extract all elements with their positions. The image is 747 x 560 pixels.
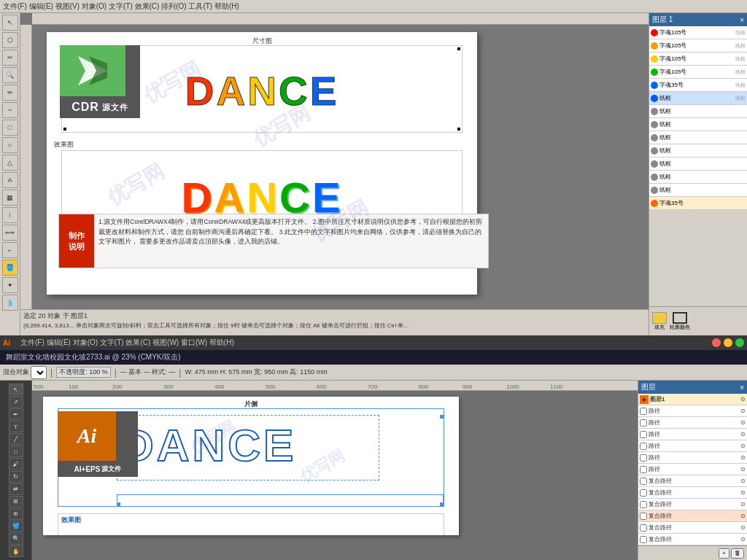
- ai-tool-line[interactable]: ╱: [9, 433, 23, 445]
- ai-layer-row-8[interactable]: 复合路径 ⊙: [638, 475, 747, 487]
- ruler-500: 500: [266, 384, 275, 390]
- ai-delete-layer-btn[interactable]: 🗑: [731, 548, 744, 559]
- ai-layer-row-7[interactable]: 路径 ⊙: [638, 464, 747, 475]
- ai-dimensions: W: 475 mm H: 575 mm 宽: 950 mm 高: 1150 mm: [185, 368, 327, 377]
- ai-new-layer-btn[interactable]: +: [719, 548, 729, 559]
- ai-layer-options-9[interactable]: ⊙: [740, 489, 746, 496]
- minimize-btn[interactable]: [724, 338, 732, 347]
- ai-layer-check-2[interactable]: [640, 408, 647, 415]
- ai-layer-options-5[interactable]: ⊙: [740, 443, 746, 449]
- close-btn[interactable]: [712, 338, 721, 347]
- tool-poly[interactable]: △: [2, 155, 18, 171]
- layer-row-4[interactable]: 字魂105号 纸框: [649, 66, 747, 79]
- cdr-menubar[interactable]: 文件(F) 编辑(E) 视图(V) 对象(O) 文字(T) 效果(C) 排列(O…: [0, 0, 747, 13]
- ai-layer-row-5[interactable]: 路径 ⊙: [638, 440, 747, 452]
- ai-layer-check-13[interactable]: [640, 536, 647, 543]
- ai-layer-row-3[interactable]: 路径 ⊙: [638, 417, 747, 429]
- ai-layer-options-7[interactable]: ⊙: [740, 466, 746, 472]
- tool-table[interactable]: ▦: [2, 190, 18, 206]
- ai-layer-options-8[interactable]: ⊙: [740, 478, 746, 484]
- ai-layer-check-5[interactable]: [640, 443, 647, 450]
- ai-layer-row-4[interactable]: 路径 ⊙: [638, 429, 747, 440]
- tool-parallel[interactable]: ⫶: [2, 207, 18, 223]
- ai-layer-check-6[interactable]: [640, 454, 647, 462]
- ai-layer-check-10[interactable]: [640, 501, 647, 508]
- layer-row-7[interactable]: 纸框: [649, 105, 747, 118]
- ai-tool-scale[interactable]: ⊞: [9, 496, 23, 508]
- ai-layer-options-12[interactable]: ⊙: [740, 524, 746, 531]
- ai-tool-fill[interactable]: 🪣: [9, 521, 23, 532]
- ai-layer-row-10[interactable]: 复合路径 ⊙: [638, 499, 747, 510]
- tool-ellipse[interactable]: ○: [2, 137, 18, 153]
- layer-row-14[interactable]: 字魂35号: [649, 197, 747, 210]
- tool-text[interactable]: A: [2, 172, 18, 188]
- tool-eyedrop[interactable]: 💧: [2, 295, 18, 311]
- ai-tool-pointer[interactable]: ↖: [9, 384, 23, 395]
- layer-row-2[interactable]: 字魂105号 纸框: [649, 39, 747, 52]
- tool-fill[interactable]: 🪣: [2, 260, 18, 276]
- ai-tool-rotate[interactable]: ↻: [9, 471, 23, 483]
- ai-tool-hand[interactable]: ✋: [9, 545, 23, 557]
- ai-menubar[interactable]: Ai 文件(F) 编辑(E) 对象(O) 文字(T) 效果(C) 视图(W) 窗…: [0, 335, 747, 350]
- ai-layer-options-4[interactable]: ⊙: [740, 431, 746, 438]
- ai-layers-title: 图层: [641, 382, 656, 392]
- layer-row-8[interactable]: 纸框: [649, 118, 747, 131]
- layer-row-9[interactable]: 纸框: [649, 131, 747, 144]
- layer-row-13[interactable]: 纸框: [649, 184, 747, 197]
- maximize-btn[interactable]: [735, 338, 744, 347]
- ai-handle-bl: [117, 502, 120, 506]
- layer-row-11[interactable]: 纸框: [649, 158, 747, 171]
- ai-layer-row-main[interactable]: ▶ 图层1 ⊙: [638, 394, 747, 405]
- cdr-layers-controls[interactable]: ×: [740, 16, 744, 24]
- ai-layer-options-3[interactable]: ⊙: [740, 419, 746, 426]
- ai-layer-row-13[interactable]: 复合路径 ⊙: [638, 534, 747, 545]
- tool-smart[interactable]: ~: [2, 102, 18, 118]
- ai-layer-check-7[interactable]: [640, 466, 647, 473]
- ai-layers-close[interactable]: ×: [740, 384, 744, 392]
- cdr-toolbox: ↖ ⬡ ✂ 🔍 ✏ ~ □ ○ △ A ▦ ⫶ ⟺ ⌐ 🪣 ✦ 💧: [0, 13, 20, 335]
- tool-rect[interactable]: □: [2, 120, 18, 136]
- ai-layer-row-11[interactable]: 复合路径 ⊙: [638, 510, 747, 522]
- ai-layer-options-2[interactable]: ⊙: [740, 408, 746, 414]
- ai-tool-text[interactable]: T: [9, 421, 23, 432]
- ai-tool-pen[interactable]: ✒: [9, 408, 23, 420]
- ai-opacity-field[interactable]: 不透明度: 100 %: [56, 367, 111, 378]
- ai-layer-options-6[interactable]: ⊙: [740, 454, 746, 461]
- ai-tool-brush[interactable]: 🖌: [9, 458, 23, 470]
- ai-blend-mode-select[interactable]: [31, 366, 47, 379]
- ai-layer-row-12[interactable]: 复合路径 ⊙: [638, 522, 747, 534]
- ai-tool-zoom[interactable]: 🔍: [9, 533, 23, 545]
- layer-row-10[interactable]: 纸框: [649, 144, 747, 158]
- ai-layer-row-6[interactable]: 路径 ⊙: [638, 452, 747, 464]
- ai-layer-row-2[interactable]: 路径 ⊙: [638, 405, 747, 417]
- ai-layer-options-13[interactable]: ⊙: [740, 536, 746, 542]
- ai-layer-check-3[interactable]: [640, 419, 647, 427]
- tool-interactive[interactable]: ✦: [2, 277, 18, 293]
- tool-crop[interactable]: ✂: [2, 50, 18, 66]
- ai-layer-check-12[interactable]: [640, 524, 647, 532]
- cdr-work-area[interactable]: 尺寸图 DANCE 效果图: [32, 25, 649, 309]
- ai-tool-direct[interactable]: ↗: [9, 396, 23, 408]
- tool-shape[interactable]: ⬡: [2, 32, 18, 48]
- ai-layer-check-8[interactable]: [640, 478, 647, 485]
- tool-connector[interactable]: ⌐: [2, 242, 18, 258]
- tool-pointer[interactable]: ↖: [2, 15, 18, 31]
- layer-row-3[interactable]: 字魂105号 纸框: [649, 52, 747, 66]
- ai-layer-check-4[interactable]: [640, 431, 647, 438]
- tool-freehand[interactable]: ✏: [2, 85, 18, 101]
- layer-row-12[interactable]: 纸框: [649, 171, 747, 184]
- ai-tool-mirror[interactable]: ⇄: [9, 483, 23, 495]
- ai-tool-rect[interactable]: □: [9, 446, 23, 457]
- ai-layer-row-9[interactable]: 复合路径 ⊙: [638, 487, 747, 499]
- tool-zoom[interactable]: 🔍: [2, 67, 18, 83]
- layer-row-6[interactable]: 纸框 纸框: [649, 92, 747, 105]
- layer-row-1[interactable]: 字魂105号 纸框: [649, 26, 747, 39]
- ai-layer-options-10[interactable]: ⊙: [740, 501, 746, 508]
- ai-tool-blend[interactable]: ⊕: [9, 508, 23, 520]
- ai-layer-options-11[interactable]: ⊙: [740, 513, 746, 519]
- ai-layer-check-11[interactable]: [640, 513, 647, 520]
- ai-layer-check-9[interactable]: [640, 489, 647, 497]
- tool-dimension[interactable]: ⟺: [2, 225, 18, 241]
- layer-row-5[interactable]: 字魂35号 纸框: [649, 79, 747, 92]
- ai-layer-options-1[interactable]: ⊙: [740, 396, 746, 402]
